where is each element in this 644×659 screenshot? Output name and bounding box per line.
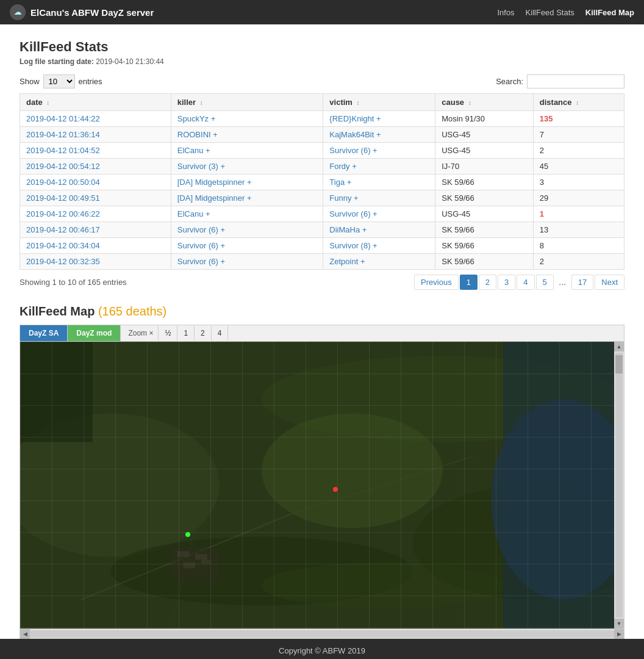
table-row: 2019-04-12 01:04:52 ElCanu + Survivor (6… bbox=[20, 143, 624, 159]
scroll-down-arrow[interactable]: ▼ bbox=[614, 619, 624, 628]
cell-distance: 7 bbox=[533, 127, 624, 143]
date-link[interactable]: 2019-04-12 01:04:52 bbox=[26, 146, 100, 155]
victim-link[interactable]: KajMak64Bit + bbox=[329, 130, 381, 139]
victim-link[interactable]: Zetpoint + bbox=[329, 257, 365, 266]
col-victim[interactable]: victim ↕ bbox=[323, 94, 435, 111]
date-link[interactable]: 2019-04-12 00:32:35 bbox=[26, 257, 100, 266]
cell-killer: Survivor (3) + bbox=[171, 159, 323, 175]
killer-link[interactable]: Survivor (3) + bbox=[177, 162, 225, 171]
cell-cause: SK 59/66 bbox=[435, 222, 534, 238]
page-4-button[interactable]: 4 bbox=[517, 275, 534, 290]
page-1-button[interactable]: 1 bbox=[460, 275, 478, 290]
cell-date: 2019-04-12 00:49:51 bbox=[20, 190, 171, 206]
next-button[interactable]: Next bbox=[595, 275, 624, 290]
table-row: 2019-04-12 00:46:22 ElCanu + Survivor (6… bbox=[20, 206, 624, 222]
date-link[interactable]: 2019-04-12 01:44:22 bbox=[26, 114, 100, 123]
map-viewport-wrapper: ▲ ▼ bbox=[20, 342, 624, 628]
cell-killer: ElCanu + bbox=[171, 143, 323, 159]
prev-button[interactable]: Previous bbox=[414, 275, 459, 290]
killer-link[interactable]: SpuckYz + bbox=[177, 114, 216, 123]
footer-copyright: Copyright © ABFW 2019 bbox=[279, 646, 365, 655]
table-row: 2019-04-12 01:36:14 ROOBINI + KajMak64Bi… bbox=[20, 127, 624, 143]
zoom-4-button[interactable]: 4 bbox=[212, 326, 229, 340]
col-cause[interactable]: cause ↕ bbox=[435, 94, 534, 111]
killer-link[interactable]: ElCanu + bbox=[177, 209, 210, 218]
cell-victim: Tiga + bbox=[323, 175, 435, 190]
table-footer: Showing 1 to 10 of 165 entries Previous … bbox=[20, 275, 624, 290]
cell-date: 2019-04-12 00:46:17 bbox=[20, 222, 171, 238]
victim-link[interactable]: Survivor (8) + bbox=[329, 241, 377, 250]
main-content: KillFeed Stats Log file starting date: 2… bbox=[0, 24, 644, 639]
date-link[interactable]: 2019-04-12 00:46:22 bbox=[26, 209, 100, 218]
pagination-ellipsis: … bbox=[555, 275, 570, 289]
killer-link[interactable]: Survivor (6) + bbox=[177, 225, 225, 234]
svg-rect-16 bbox=[183, 563, 195, 568]
show-label: Show bbox=[20, 77, 40, 86]
search-input[interactable] bbox=[527, 74, 624, 88]
col-distance[interactable]: distance ↕ bbox=[533, 94, 624, 111]
victim-link[interactable]: {RED}Knight + bbox=[329, 114, 381, 123]
date-link[interactable]: 2019-04-12 00:50:04 bbox=[26, 178, 100, 187]
scroll-right-arrow[interactable]: ▶ bbox=[614, 629, 624, 639]
page-3-button[interactable]: 3 bbox=[498, 275, 515, 290]
page-17-button[interactable]: 17 bbox=[571, 275, 593, 290]
cell-date: 2019-04-12 01:44:22 bbox=[20, 111, 171, 127]
svg-point-5 bbox=[262, 414, 443, 528]
scroll-left-arrow[interactable]: ◀ bbox=[20, 629, 30, 639]
cell-victim: Survivor (6) + bbox=[323, 206, 435, 222]
cell-date: 2019-04-12 00:34:04 bbox=[20, 238, 171, 254]
nav-infos[interactable]: Infos bbox=[497, 8, 514, 17]
killfeed-map-title: KillFeed Map (165 deaths) bbox=[20, 304, 624, 319]
sort-killer-icon: ↕ bbox=[200, 99, 203, 106]
nav-killfeed-map[interactable]: KillFeed Map bbox=[585, 8, 634, 17]
map-background bbox=[20, 342, 624, 628]
col-date[interactable]: date ↕ bbox=[20, 94, 171, 111]
victim-link[interactable]: Fordy + bbox=[329, 162, 356, 171]
cell-distance: 135 bbox=[533, 111, 624, 127]
victim-link[interactable]: Funny + bbox=[329, 193, 358, 203]
col-killer[interactable]: killer ↕ bbox=[171, 94, 323, 111]
navbar: ☁ ElCanu's ABFW DayZ server Infos KillFe… bbox=[0, 0, 644, 24]
killer-link[interactable]: Survivor (6) + bbox=[177, 241, 225, 250]
scroll-thumb[interactable] bbox=[615, 355, 623, 373]
map-tab-dayz-sa[interactable]: DayZ SA bbox=[20, 325, 68, 341]
svg-rect-15 bbox=[195, 554, 207, 560]
cell-victim: Zetpoint + bbox=[323, 254, 435, 270]
cell-victim: Fordy + bbox=[323, 159, 435, 175]
page-5-button[interactable]: 5 bbox=[536, 275, 554, 290]
victim-link[interactable]: DiiMaHa + bbox=[329, 225, 367, 234]
page-2-button[interactable]: 2 bbox=[479, 275, 496, 290]
cell-victim: KajMak64Bit + bbox=[323, 127, 435, 143]
table-row: 2019-04-12 00:50:04 [DA] Midgetspinner +… bbox=[20, 175, 624, 190]
date-link[interactable]: 2019-04-12 00:49:51 bbox=[26, 193, 100, 203]
zoom-label: Zoom × bbox=[123, 326, 159, 340]
killer-link[interactable]: [DA] Midgetspinner + bbox=[177, 193, 252, 203]
killer-link[interactable]: ElCanu + bbox=[177, 146, 210, 155]
map-viewport[interactable] bbox=[20, 342, 624, 628]
date-link[interactable]: 2019-04-12 00:46:17 bbox=[26, 225, 100, 234]
zoom-1-button[interactable]: 1 bbox=[177, 326, 195, 340]
zoom-half-button[interactable]: ½ bbox=[159, 326, 177, 340]
scroll-up-arrow[interactable]: ▲ bbox=[614, 342, 624, 351]
cell-distance: 13 bbox=[533, 222, 624, 238]
killer-link[interactable]: Survivor (6) + bbox=[177, 257, 225, 266]
zoom-2-button[interactable]: 2 bbox=[195, 326, 212, 340]
killer-link[interactable]: [DA] Midgetspinner + bbox=[177, 178, 252, 187]
zoom-controls: Zoom × ½ 1 2 4 bbox=[123, 326, 228, 340]
table-row: 2019-04-12 01:44:22 SpuckYz + {RED}Knigh… bbox=[20, 111, 624, 127]
victim-link[interactable]: Tiga + bbox=[329, 178, 351, 187]
cell-victim: {RED}Knight + bbox=[323, 111, 435, 127]
navbar-links: Infos KillFeed Stats KillFeed Map bbox=[497, 8, 634, 17]
date-link[interactable]: 2019-04-12 01:36:14 bbox=[26, 130, 100, 139]
victim-link[interactable]: Survivor (6) + bbox=[329, 146, 377, 155]
map-tab-dayz-mod[interactable]: DayZ mod bbox=[68, 325, 121, 341]
sort-date-icon: ↕ bbox=[46, 99, 49, 106]
date-link[interactable]: 2019-04-12 00:34:04 bbox=[26, 241, 100, 250]
victim-link[interactable]: Survivor (6) + bbox=[329, 209, 377, 218]
date-link[interactable]: 2019-04-12 00:54:12 bbox=[26, 162, 100, 171]
nav-killfeed-stats[interactable]: KillFeed Stats bbox=[526, 8, 574, 17]
navbar-brand: ☁ ElCanu's ABFW DayZ server bbox=[10, 4, 154, 20]
show-entries-select[interactable]: 10 25 50 100 bbox=[43, 74, 75, 88]
killer-link[interactable]: ROOBINI + bbox=[177, 130, 218, 139]
map-marker-green bbox=[185, 532, 190, 537]
